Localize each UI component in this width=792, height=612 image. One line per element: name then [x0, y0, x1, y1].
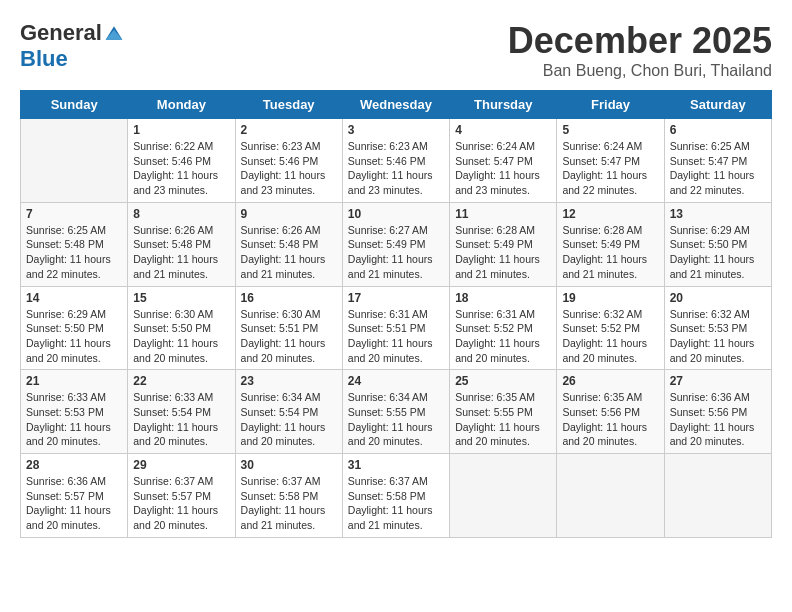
- calendar-week-row: 28Sunrise: 6:36 AM Sunset: 5:57 PM Dayli…: [21, 454, 772, 538]
- calendar-cell: 11Sunrise: 6:28 AM Sunset: 5:49 PM Dayli…: [450, 202, 557, 286]
- day-info: Sunrise: 6:37 AM Sunset: 5:57 PM Dayligh…: [133, 474, 229, 533]
- day-info: Sunrise: 6:35 AM Sunset: 5:55 PM Dayligh…: [455, 390, 551, 449]
- day-info: Sunrise: 6:28 AM Sunset: 5:49 PM Dayligh…: [455, 223, 551, 282]
- day-number: 22: [133, 374, 229, 388]
- day-info: Sunrise: 6:36 AM Sunset: 5:57 PM Dayligh…: [26, 474, 122, 533]
- day-info: Sunrise: 6:33 AM Sunset: 5:54 PM Dayligh…: [133, 390, 229, 449]
- day-number: 17: [348, 291, 444, 305]
- day-info: Sunrise: 6:34 AM Sunset: 5:55 PM Dayligh…: [348, 390, 444, 449]
- calendar-cell: 10Sunrise: 6:27 AM Sunset: 5:49 PM Dayli…: [342, 202, 449, 286]
- day-of-week-header: Thursday: [450, 91, 557, 119]
- day-of-week-header: Saturday: [664, 91, 771, 119]
- day-number: 18: [455, 291, 551, 305]
- day-number: 30: [241, 458, 337, 472]
- calendar-week-row: 7Sunrise: 6:25 AM Sunset: 5:48 PM Daylig…: [21, 202, 772, 286]
- location-text: Ban Bueng, Chon Buri, Thailand: [508, 62, 772, 80]
- calendar-header-row: SundayMondayTuesdayWednesdayThursdayFrid…: [21, 91, 772, 119]
- calendar-cell: 28Sunrise: 6:36 AM Sunset: 5:57 PM Dayli…: [21, 454, 128, 538]
- day-number: 25: [455, 374, 551, 388]
- calendar-cell: 20Sunrise: 6:32 AM Sunset: 5:53 PM Dayli…: [664, 286, 771, 370]
- day-info: Sunrise: 6:35 AM Sunset: 5:56 PM Dayligh…: [562, 390, 658, 449]
- day-info: Sunrise: 6:28 AM Sunset: 5:49 PM Dayligh…: [562, 223, 658, 282]
- calendar-cell: 5Sunrise: 6:24 AM Sunset: 5:47 PM Daylig…: [557, 119, 664, 203]
- day-number: 4: [455, 123, 551, 137]
- calendar-week-row: 14Sunrise: 6:29 AM Sunset: 5:50 PM Dayli…: [21, 286, 772, 370]
- calendar-cell: 31Sunrise: 6:37 AM Sunset: 5:58 PM Dayli…: [342, 454, 449, 538]
- day-info: Sunrise: 6:30 AM Sunset: 5:51 PM Dayligh…: [241, 307, 337, 366]
- calendar-cell: 19Sunrise: 6:32 AM Sunset: 5:52 PM Dayli…: [557, 286, 664, 370]
- calendar-table: SundayMondayTuesdayWednesdayThursdayFrid…: [20, 90, 772, 538]
- day-info: Sunrise: 6:24 AM Sunset: 5:47 PM Dayligh…: [562, 139, 658, 198]
- logo-blue-text: Blue: [20, 46, 68, 72]
- calendar-cell: 6Sunrise: 6:25 AM Sunset: 5:47 PM Daylig…: [664, 119, 771, 203]
- month-title: December 2025: [508, 20, 772, 62]
- day-number: 9: [241, 207, 337, 221]
- calendar-cell: 2Sunrise: 6:23 AM Sunset: 5:46 PM Daylig…: [235, 119, 342, 203]
- calendar-cell: 12Sunrise: 6:28 AM Sunset: 5:49 PM Dayli…: [557, 202, 664, 286]
- calendar-cell: 7Sunrise: 6:25 AM Sunset: 5:48 PM Daylig…: [21, 202, 128, 286]
- calendar-cell: 14Sunrise: 6:29 AM Sunset: 5:50 PM Dayli…: [21, 286, 128, 370]
- day-number: 1: [133, 123, 229, 137]
- day-info: Sunrise: 6:25 AM Sunset: 5:48 PM Dayligh…: [26, 223, 122, 282]
- day-info: Sunrise: 6:34 AM Sunset: 5:54 PM Dayligh…: [241, 390, 337, 449]
- day-number: 20: [670, 291, 766, 305]
- day-info: Sunrise: 6:31 AM Sunset: 5:52 PM Dayligh…: [455, 307, 551, 366]
- day-info: Sunrise: 6:27 AM Sunset: 5:49 PM Dayligh…: [348, 223, 444, 282]
- calendar-cell: [450, 454, 557, 538]
- day-number: 6: [670, 123, 766, 137]
- day-info: Sunrise: 6:26 AM Sunset: 5:48 PM Dayligh…: [241, 223, 337, 282]
- day-info: Sunrise: 6:37 AM Sunset: 5:58 PM Dayligh…: [348, 474, 444, 533]
- day-number: 8: [133, 207, 229, 221]
- day-number: 28: [26, 458, 122, 472]
- calendar-week-row: 21Sunrise: 6:33 AM Sunset: 5:53 PM Dayli…: [21, 370, 772, 454]
- day-info: Sunrise: 6:31 AM Sunset: 5:51 PM Dayligh…: [348, 307, 444, 366]
- logo-icon: [104, 23, 124, 43]
- calendar-cell: 17Sunrise: 6:31 AM Sunset: 5:51 PM Dayli…: [342, 286, 449, 370]
- day-number: 15: [133, 291, 229, 305]
- day-number: 19: [562, 291, 658, 305]
- day-number: 29: [133, 458, 229, 472]
- day-info: Sunrise: 6:29 AM Sunset: 5:50 PM Dayligh…: [670, 223, 766, 282]
- day-number: 2: [241, 123, 337, 137]
- day-info: Sunrise: 6:30 AM Sunset: 5:50 PM Dayligh…: [133, 307, 229, 366]
- logo: General Blue: [20, 20, 124, 72]
- title-block: December 2025 Ban Bueng, Chon Buri, Thai…: [508, 20, 772, 80]
- day-of-week-header: Wednesday: [342, 91, 449, 119]
- calendar-cell: 23Sunrise: 6:34 AM Sunset: 5:54 PM Dayli…: [235, 370, 342, 454]
- day-number: 31: [348, 458, 444, 472]
- day-number: 24: [348, 374, 444, 388]
- day-of-week-header: Friday: [557, 91, 664, 119]
- day-of-week-header: Sunday: [21, 91, 128, 119]
- day-number: 13: [670, 207, 766, 221]
- calendar-cell: [664, 454, 771, 538]
- day-info: Sunrise: 6:22 AM Sunset: 5:46 PM Dayligh…: [133, 139, 229, 198]
- day-number: 7: [26, 207, 122, 221]
- day-info: Sunrise: 6:26 AM Sunset: 5:48 PM Dayligh…: [133, 223, 229, 282]
- calendar-cell: 1Sunrise: 6:22 AM Sunset: 5:46 PM Daylig…: [128, 119, 235, 203]
- day-number: 27: [670, 374, 766, 388]
- calendar-cell: 16Sunrise: 6:30 AM Sunset: 5:51 PM Dayli…: [235, 286, 342, 370]
- calendar-cell: 29Sunrise: 6:37 AM Sunset: 5:57 PM Dayli…: [128, 454, 235, 538]
- day-number: 26: [562, 374, 658, 388]
- day-number: 11: [455, 207, 551, 221]
- day-info: Sunrise: 6:32 AM Sunset: 5:52 PM Dayligh…: [562, 307, 658, 366]
- calendar-cell: 15Sunrise: 6:30 AM Sunset: 5:50 PM Dayli…: [128, 286, 235, 370]
- day-info: Sunrise: 6:23 AM Sunset: 5:46 PM Dayligh…: [348, 139, 444, 198]
- calendar-cell: 3Sunrise: 6:23 AM Sunset: 5:46 PM Daylig…: [342, 119, 449, 203]
- day-number: 16: [241, 291, 337, 305]
- calendar-week-row: 1Sunrise: 6:22 AM Sunset: 5:46 PM Daylig…: [21, 119, 772, 203]
- calendar-cell: 22Sunrise: 6:33 AM Sunset: 5:54 PM Dayli…: [128, 370, 235, 454]
- day-number: 10: [348, 207, 444, 221]
- day-info: Sunrise: 6:37 AM Sunset: 5:58 PM Dayligh…: [241, 474, 337, 533]
- day-number: 14: [26, 291, 122, 305]
- calendar-cell: 13Sunrise: 6:29 AM Sunset: 5:50 PM Dayli…: [664, 202, 771, 286]
- day-number: 12: [562, 207, 658, 221]
- calendar-cell: 30Sunrise: 6:37 AM Sunset: 5:58 PM Dayli…: [235, 454, 342, 538]
- calendar-cell: 27Sunrise: 6:36 AM Sunset: 5:56 PM Dayli…: [664, 370, 771, 454]
- day-info: Sunrise: 6:29 AM Sunset: 5:50 PM Dayligh…: [26, 307, 122, 366]
- calendar-cell: 25Sunrise: 6:35 AM Sunset: 5:55 PM Dayli…: [450, 370, 557, 454]
- day-of-week-header: Tuesday: [235, 91, 342, 119]
- calendar-cell: 8Sunrise: 6:26 AM Sunset: 5:48 PM Daylig…: [128, 202, 235, 286]
- day-info: Sunrise: 6:23 AM Sunset: 5:46 PM Dayligh…: [241, 139, 337, 198]
- day-number: 3: [348, 123, 444, 137]
